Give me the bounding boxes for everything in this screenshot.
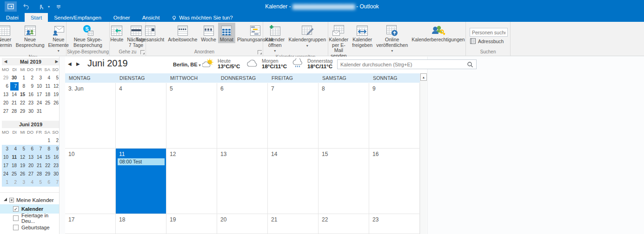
kalenderberechtigungen-button[interactable]: Kalenderberechtigungen <box>410 23 466 43</box>
day-cell[interactable]: 3. Jun <box>65 83 116 149</box>
day-cell[interactable]: 20 <box>217 214 268 234</box>
calendar-item-geburtstage[interactable]: Geburtstage <box>0 223 60 232</box>
mini-day-cell[interactable]: 13 <box>27 153 35 162</box>
day-cell[interactable]: 6 <box>217 83 268 149</box>
mini-day-cell[interactable]: 8 <box>44 145 52 153</box>
mini-day-cell[interactable]: 21 <box>35 162 44 170</box>
calendar-item-feiertage[interactable]: Feiertage in Deu... <box>0 214 60 223</box>
mini-day-cell[interactable] <box>44 107 52 116</box>
tell-me-assistant[interactable]: Was möchten Sie tun? <box>166 13 239 22</box>
day-cell[interactable]: 4 <box>116 83 166 149</box>
mini-day-cell[interactable] <box>10 136 19 145</box>
mini-day-cell[interactable]: 7 <box>52 178 60 187</box>
my-calendars-header[interactable]: Meine Kalender <box>0 195 60 204</box>
mini-day-cell[interactable]: 25 <box>10 170 19 178</box>
mini-day-cell[interactable]: 17 <box>35 91 44 99</box>
mini-day-cell[interactable]: 9 <box>27 82 35 91</box>
weather-location[interactable]: Berlin, BE▾ <box>173 62 201 67</box>
gehe-zu-dialog-launcher[interactable] <box>140 50 145 54</box>
adressbuch-button[interactable]: Adressbuch <box>470 38 504 44</box>
kalender-freigeben-button[interactable]: Kalender freigeben <box>350 23 374 48</box>
prev-month-arrow-icon[interactable]: ◀ <box>68 61 72 66</box>
mini-day-cell[interactable]: 3 <box>35 74 44 82</box>
calendar-search-input[interactable] <box>338 62 467 67</box>
calendar-search-box[interactable] <box>337 59 477 69</box>
mini-day-cell[interactable]: 25 <box>44 99 52 107</box>
mini-day-cell[interactable]: 26 <box>19 170 27 178</box>
calendar-item-kalender[interactable]: Kalender <box>0 204 60 214</box>
mini-day-cell[interactable] <box>35 136 44 145</box>
tab-datei[interactable]: Datei <box>0 13 25 22</box>
mini-day-cell[interactable]: 19 <box>19 162 27 170</box>
mini-day-cell[interactable] <box>19 136 27 145</box>
touch-mode-caret-icon[interactable]: ▾ <box>48 5 50 9</box>
tab-ordner[interactable]: Ordner <box>107 13 136 22</box>
mini-day-cell[interactable]: 22 <box>19 99 27 107</box>
mini-day-cell[interactable]: 30 <box>27 107 35 116</box>
day-cell[interactable]: 17 <box>65 214 116 234</box>
day-cell[interactable]: 18 <box>116 214 166 234</box>
tab-start[interactable]: Start <box>25 13 48 22</box>
day-cell[interactable]: 5 <box>166 83 217 149</box>
tab-senden-empfangen[interactable]: Senden/Empfangen <box>48 13 107 22</box>
send-receive-icon[interactable] <box>5 1 17 12</box>
touch-mode-icon[interactable] <box>34 1 46 12</box>
mini-day-cell[interactable]: 3 <box>2 145 10 153</box>
day-cell[interactable]: 7 <box>268 83 319 149</box>
day-cell[interactable]: 9 <box>369 83 420 149</box>
neuer-termin-button[interactable]: Neuer Termin <box>0 23 14 48</box>
mini-day-cell[interactable]: 1 <box>2 178 10 187</box>
mini-day-cell[interactable]: 19 <box>52 91 60 99</box>
mini-day-cell[interactable]: 7 <box>35 145 44 153</box>
mini-day-cell[interactable]: 7 <box>10 82 19 91</box>
mini-day-cell[interactable]: 28 <box>10 107 19 116</box>
mini-day-cell[interactable] <box>2 136 10 145</box>
undo-icon[interactable] <box>20 1 32 12</box>
vertical-scrollbar[interactable]: ▲ <box>420 73 427 234</box>
mini-day-cell[interactable]: 4 <box>10 145 19 153</box>
mini-day-cell[interactable]: 23 <box>52 162 60 170</box>
mini-day-cell[interactable]: 20 <box>2 99 10 107</box>
checkbox-icon[interactable] <box>13 215 19 221</box>
mini-day-cell[interactable]: 20 <box>27 162 35 170</box>
mini-day-cell[interactable]: 5 <box>52 74 60 82</box>
woche-button[interactable]: Woche <box>199 23 218 43</box>
anordnen-dialog-launcher[interactable] <box>258 50 262 54</box>
mini-day-cell[interactable]: 30 <box>10 74 19 82</box>
mini-day-cell[interactable]: 18 <box>44 91 52 99</box>
mini-day-cell[interactable]: 26 <box>52 99 60 107</box>
day-cell[interactable]: 12 <box>166 149 217 214</box>
mini-day-cell[interactable]: 12 <box>52 82 60 91</box>
mini-day-cell[interactable]: 31 <box>35 107 44 116</box>
mini-day-cell[interactable]: 10 <box>35 82 44 91</box>
kalender-oeffnen-button[interactable]: Kalender öffnen▾ <box>263 23 286 54</box>
mini-day-cell[interactable]: 11 <box>10 153 19 162</box>
mini-day-cell[interactable]: 6 <box>27 145 35 153</box>
tagesansicht-button[interactable]: Tagesansicht <box>134 23 166 43</box>
day-cell[interactable]: 8 <box>319 83 369 149</box>
mini-day-cell[interactable]: 2 <box>10 178 19 187</box>
mini-day-cell[interactable]: 22 <box>44 162 52 170</box>
checkbox-icon[interactable] <box>13 225 19 230</box>
mini-day-cell[interactable] <box>27 136 35 145</box>
day-cell[interactable]: 22 <box>319 214 369 234</box>
mini-day-cell[interactable]: 18 <box>10 162 19 170</box>
mini-day-cell[interactable]: 16 <box>27 91 35 99</box>
mini-day-cell[interactable]: 5 <box>35 178 44 187</box>
mini-day-cell[interactable]: 2 <box>52 136 60 145</box>
search-icon[interactable] <box>467 61 473 68</box>
next-month-icon[interactable]: ▶ <box>55 58 58 65</box>
mini-day-cell[interactable]: 27 <box>27 170 35 178</box>
monat-button[interactable]: Monat <box>218 23 235 43</box>
mini-day-cell[interactable]: 24 <box>35 99 44 107</box>
mini-day-cell[interactable]: 4 <box>44 74 52 82</box>
mini-day-cell[interactable]: 29 <box>44 170 52 178</box>
mini-day-cell[interactable]: 29 <box>2 74 10 82</box>
mini-day-cell[interactable]: 4 <box>27 178 35 187</box>
event-chip[interactable]: 08:00 Test <box>118 158 165 165</box>
mini-day-cell[interactable]: 15 <box>44 153 52 162</box>
prev-month-icon[interactable]: ◀ <box>4 58 7 65</box>
mini-day-cell[interactable]: 8 <box>19 82 27 91</box>
mini-day-cell[interactable]: 14 <box>35 153 44 162</box>
day-cell[interactable]: 19 <box>166 214 217 234</box>
